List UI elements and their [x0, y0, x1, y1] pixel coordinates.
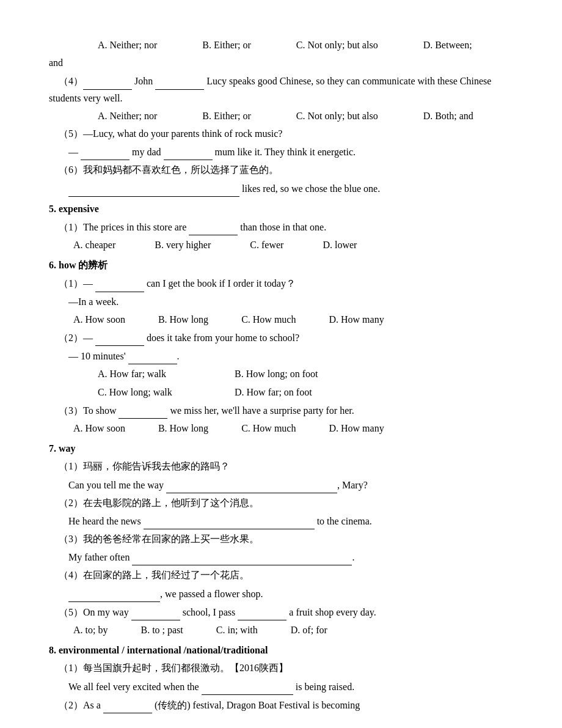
- q4-blank2: [155, 72, 204, 89]
- s7-q2-en: He heard the news to the cinema.: [49, 512, 525, 529]
- s7-q5-blank1: [131, 603, 180, 620]
- section6-title: 6. how 的辨析: [49, 257, 525, 273]
- option-c: C. Not only; but also: [272, 37, 378, 53]
- q4-opt-b: B. Either; or: [178, 108, 251, 124]
- s8-q1-cn: （1）每当国旗升起时，我们都很激动。【2016陕西】: [49, 660, 525, 676]
- s6-q3-opt-a: A. How soon: [73, 423, 125, 433]
- s5-opt-c: C. fewer: [250, 240, 283, 250]
- s7-q3-blank: [132, 548, 352, 565]
- s7-q2-cn: （2）在去电影院的路上，他听到了这个消息。: [49, 495, 525, 511]
- s7-q5-opt-c: C. in; with: [216, 625, 258, 635]
- option-a: A. Neither; nor: [73, 37, 157, 53]
- s7-q2-blank: [144, 512, 315, 529]
- s5-opt-d: D. lower: [323, 240, 357, 250]
- s6-q2-blank1: [95, 329, 144, 346]
- section5-title: 5. expensive: [49, 200, 525, 217]
- s6-q1-blank: [95, 274, 144, 292]
- s6-q3-opt-d: D. How many: [329, 423, 384, 433]
- s6-q3-text: （3）To show we miss her, we'll have a sur…: [49, 402, 525, 419]
- s6-q1-opt-a: A. How soon: [73, 314, 125, 325]
- q6-text: （6）我和妈妈都不喜欢红色，所以选择了蓝色的。: [49, 161, 525, 178]
- section7-title: 7. way: [49, 440, 525, 457]
- q5-blank1: [81, 143, 130, 160]
- s7-q5-opt-a: A. to; by: [73, 625, 108, 635]
- q4-opt-d: D. Both; and: [399, 108, 473, 124]
- s7-q1-en: Can you tell me the way , Mary?: [49, 476, 525, 493]
- options-line-1: A. Neither; nor B. Either; or C. Not onl…: [49, 37, 525, 53]
- s7-q1-cn: （1）玛丽，你能告诉我去他家的路吗？: [49, 458, 525, 474]
- s8-q1-en: We all feel very excited when the is bei…: [49, 678, 525, 695]
- s7-q4-cn: （4）在回家的路上，我们经过了一个花店。: [49, 567, 525, 583]
- s5-opt-b: B. very higher: [155, 240, 211, 250]
- s6-q2-opt-b: B. How long; on foot: [235, 369, 318, 379]
- s7-q3-en: My father often .: [49, 548, 525, 565]
- s7-q5-blank2: [238, 603, 286, 620]
- q6-blank: [68, 180, 239, 197]
- s6-q3-opt-c: C. How much: [241, 423, 296, 433]
- s6-q2-opt-d: D. How far; on foot: [235, 387, 312, 397]
- s6-q1-opt-d: D. How many: [329, 314, 384, 325]
- s6-q2-options: A. How far; walk B. How long; on foot: [49, 366, 525, 382]
- s5-q1-blank: [189, 218, 238, 235]
- s6-q1-opt-b: B. How long: [158, 314, 208, 325]
- q4-opt-a: A. Neither; nor: [73, 108, 157, 124]
- s6-q2-reply: — 10 minutes' .: [49, 347, 525, 364]
- s5-q1-text: （1）The prices in this store are than tho…: [49, 218, 525, 235]
- s6-q2-opt-a: A. How far; walk: [73, 366, 232, 382]
- s7-q5-options: A. to; by B. to ; past C. in; with D. of…: [49, 622, 525, 638]
- s6-q1-text: （1）— can I get the book if I order it to…: [49, 274, 525, 292]
- section8-title: 8. environmental / international /nation…: [49, 642, 525, 658]
- s5-opt-a: A. cheaper: [73, 240, 115, 250]
- s8-q2-blank: [103, 696, 152, 713]
- s7-q5-text: （5）On my way school, I pass a fruit shop…: [49, 603, 525, 620]
- q5-text: （5）—Lucy, what do your parents think of …: [49, 125, 525, 142]
- option-b: B. Either; or: [178, 37, 251, 53]
- s5-q1-options: A. cheaper B. very higher C. fewer D. lo…: [49, 237, 525, 253]
- s8-q1-blank: [202, 678, 293, 695]
- s6-q1-reply: —In a week.: [49, 293, 525, 310]
- s6-q2-blank2: [128, 347, 177, 364]
- q5-blank2: [164, 143, 213, 160]
- s6-q2-text: （2）— does it take from your home to scho…: [49, 329, 525, 346]
- s6-q2-options-2: C. How long; walk D. How far; on foot: [49, 384, 525, 400]
- s6-q3-blank: [119, 402, 167, 419]
- s7-q3-cn: （3）我的爸爸经常在回家的路上买一些水果。: [49, 531, 525, 547]
- q6-sub: likes red, so we chose the blue one.: [49, 180, 525, 197]
- s7-q5-opt-d: D. of; for: [291, 625, 327, 635]
- q4-text: （4） John Lucy speaks good Chinese, so th…: [49, 72, 525, 106]
- option-d: D. Between;: [399, 37, 472, 53]
- s7-q4-blank: [68, 585, 160, 602]
- q4-opt-c: C. Not only; but also: [272, 108, 378, 124]
- s6-q1-options: A. How soon B. How long C. How much D. H…: [49, 311, 525, 328]
- s6-q3-opt-b: B. How long: [158, 423, 208, 433]
- s7-q5-opt-b: B. to ; past: [140, 625, 183, 635]
- and-continuation: and: [49, 54, 525, 71]
- s6-q1-opt-c: C. How much: [241, 314, 296, 325]
- s6-q3-options: A. How soon B. How long C. How much D. H…: [49, 420, 525, 436]
- q4-options: A. Neither; nor B. Either; or C. Not onl…: [49, 108, 525, 124]
- s7-q4-en: , we passed a flower shop.: [49, 585, 525, 602]
- s7-q1-blank: [166, 476, 337, 493]
- q4-blank1: [83, 72, 132, 89]
- page-content: A. Neither; nor B. Either; or C. Not onl…: [49, 37, 525, 713]
- q5-sub: — my dad mum like it. They think it ener…: [49, 143, 525, 160]
- s8-q2-text: （2）As a (传统的) festival, Dragon Boat Fest…: [49, 696, 525, 713]
- s6-q2-opt-c: C. How long; walk: [73, 384, 232, 400]
